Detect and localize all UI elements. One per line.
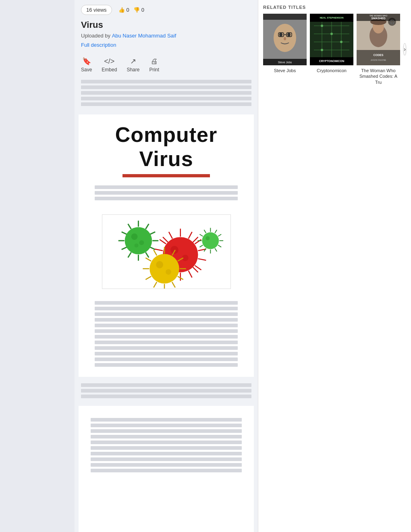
svg-text:NEAL STEPHENSON: NEAL STEPHENSON — [320, 17, 343, 19]
book-name-steve-jobs: Steve Jobs — [274, 68, 296, 73]
svg-point-12 — [125, 227, 152, 254]
svg-point-70 — [287, 33, 291, 37]
line — [81, 91, 251, 95]
line — [95, 363, 238, 367]
book-item-steve-jobs[interactable]: Steve Jobs Steve Jobs — [263, 14, 307, 73]
document-page-2 — [79, 406, 254, 532]
author-link[interactable]: Abu Naser Mohammad Saif — [112, 33, 176, 39]
related-titles-heading: RELATED TITLES — [263, 5, 406, 10]
line — [95, 185, 238, 189]
top-bar: 16 views 👍 0 👎 0 — [75, 0, 258, 18]
line — [95, 318, 238, 322]
svg-point-69 — [279, 33, 282, 37]
upvote-icon: 👍 — [118, 7, 125, 13]
svg-text:Steve Jobs: Steve Jobs — [278, 61, 292, 64]
upvote-item[interactable]: 👍 0 — [118, 7, 129, 13]
line — [95, 312, 238, 316]
page-lines-before-image — [87, 185, 246, 206]
book-cover-svg-cryptonomicon: NEAL STEPHENSON CRYPTONOMICON — [310, 14, 353, 65]
line — [91, 429, 242, 433]
book-item-cryptonomicon[interactable]: NEAL STEPHENSON CRYPTONOMICON Cryptonomi… — [310, 14, 353, 73]
svg-line-48 — [154, 250, 157, 256]
line — [91, 418, 242, 422]
page2-lines — [87, 414, 246, 478]
svg-text:CRYPTONOMICON: CRYPTONOMICON — [319, 60, 345, 62]
content-wrapper: 16 views 👍 0 👎 0 Virus Uploade — [75, 0, 411, 532]
svg-line-56 — [218, 245, 221, 247]
upvote-count: 0 — [127, 7, 129, 13]
svg-point-65 — [206, 236, 210, 240]
svg-text:CODES: CODES — [374, 54, 384, 56]
svg-point-85 — [321, 25, 323, 27]
line — [95, 357, 238, 361]
full-description-link[interactable]: Full description — [81, 42, 251, 48]
line — [81, 383, 251, 387]
doc-main: 16 views 👍 0 👎 0 Virus Uploade — [75, 0, 258, 532]
downvote-count: 0 — [141, 7, 144, 13]
book-item-smashed-codes[interactable]: THE WOMAN WHO SMASHED CODES JASON FAGONE… — [357, 14, 400, 85]
line — [81, 80, 251, 83]
virus-image-container — [102, 214, 231, 289]
share-label: Share — [127, 67, 139, 73]
svg-point-87 — [340, 41, 342, 43]
share-button[interactable]: ↗ Share — [127, 57, 139, 73]
line — [81, 102, 251, 106]
svg-point-64 — [202, 232, 219, 249]
book-cover-svg-smashed-codes: THE WOMAN WHO SMASHED CODES JASON FAGONE… — [357, 14, 400, 65]
svg-point-50 — [156, 261, 163, 268]
print-label: Print — [149, 67, 159, 73]
svg-line-62 — [199, 234, 203, 236]
line — [95, 324, 238, 327]
line — [81, 97, 251, 100]
line — [95, 335, 238, 339]
svg-text:SMASHED: SMASHED — [371, 17, 385, 20]
line — [95, 307, 238, 310]
line — [91, 446, 242, 450]
page-main-title: Computer Virus — [87, 123, 246, 171]
views-count: 16 views — [86, 7, 107, 13]
next-button[interactable]: › — [403, 43, 406, 55]
svg-line-54 — [218, 234, 221, 236]
svg-point-35 — [170, 246, 178, 254]
svg-line-30 — [193, 237, 198, 242]
uploaded-by: Uploaded by Abu Naser Mohammad Saif — [81, 33, 251, 39]
line — [81, 85, 251, 89]
svg-line-22 — [188, 271, 192, 278]
line — [95, 346, 238, 350]
svg-point-14 — [139, 240, 144, 245]
line — [91, 441, 242, 444]
svg-text:JASON FAGONE: JASON FAGONE — [371, 59, 387, 61]
line — [81, 389, 251, 393]
embed-button[interactable]: </> Embed — [102, 57, 117, 73]
svg-line-11 — [128, 224, 131, 229]
svg-line-20 — [198, 259, 206, 260]
left-sidebar — [0, 0, 75, 532]
svg-line-2 — [150, 232, 155, 234]
line — [91, 435, 242, 438]
book-cover-steve-jobs: Steve Jobs — [263, 14, 307, 65]
svg-line-60 — [199, 245, 203, 247]
book-cover-cryptonomicon: NEAL STEPHENSON CRYPTONOMICON — [310, 14, 353, 65]
book-name-smashed-codes: The Woman Who Smashed Codes: A Tru — [357, 68, 400, 85]
vote-group: 👍 0 👎 0 — [118, 7, 144, 13]
downvote-item[interactable]: 👎 0 — [133, 7, 144, 13]
svg-line-57 — [215, 248, 217, 251]
downvote-icon: 👎 — [133, 7, 140, 13]
svg-line-8 — [121, 247, 127, 249]
svg-point-88 — [321, 49, 323, 51]
save-button[interactable]: 🔖 Save — [81, 57, 92, 73]
svg-line-44 — [154, 282, 157, 288]
svg-line-29 — [168, 232, 172, 239]
line — [95, 329, 238, 333]
svg-point-13 — [131, 233, 137, 240]
svg-point-51 — [166, 269, 171, 275]
line — [95, 352, 238, 355]
print-icon: 🖨 — [151, 57, 158, 66]
svg-line-53 — [215, 230, 217, 233]
svg-line-31 — [163, 237, 168, 242]
svg-rect-67 — [263, 14, 307, 20]
line — [91, 424, 242, 427]
svg-point-86 — [330, 33, 333, 35]
document-title: Virus — [81, 20, 251, 30]
print-button[interactable]: 🖨 Print — [149, 57, 159, 73]
